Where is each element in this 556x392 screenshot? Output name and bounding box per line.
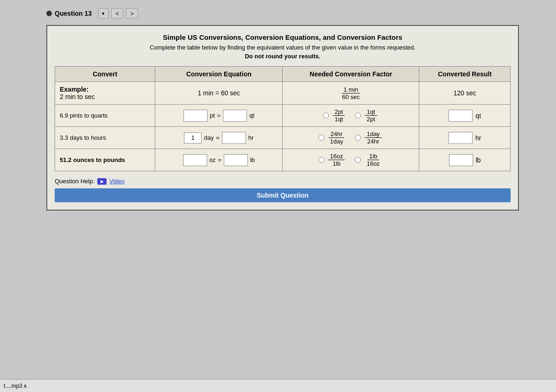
question-dot (46, 11, 52, 16)
row3-eq-right-unit: lb (250, 156, 255, 163)
dropdown-arrow-icon: ▾ (102, 11, 105, 17)
row3-eq-left-unit: oz (209, 156, 216, 163)
row2-factor-option1: 24hr 1day (318, 131, 347, 145)
row2-radio1[interactable] (318, 135, 324, 141)
header-convert: Convert (55, 67, 155, 82)
row2-f1-num: 24hr (329, 131, 344, 138)
row1-factor-cell: 2pt 1qt 1qt 2pt (283, 105, 419, 127)
row2-convert-text: 3.3 days to hours (60, 134, 106, 141)
row3-eq-left-input[interactable] (183, 154, 207, 166)
row1-result: qt (424, 110, 505, 122)
row2-factor-option2: 1day 24hr (355, 131, 383, 145)
row2-radio2[interactable] (355, 135, 361, 141)
row1-eq-right-input[interactable] (223, 110, 247, 122)
row3-factors: 16oz 1lb 1lb 16oz (287, 153, 414, 167)
example-equation-cell: 1 min = 60 sec (155, 82, 283, 105)
card-subtitle-bold: Do not round your results. (55, 53, 511, 60)
row1-result-input[interactable] (449, 110, 473, 122)
prev-icon: < (115, 10, 119, 17)
header-factor: Needed Conversion Factor (283, 67, 419, 82)
taskbar-item: t....mp3 (4, 383, 22, 389)
row1-factor-option1: 2pt 1qt (323, 108, 347, 123)
row1-factors: 2pt 1qt 1qt 2pt (287, 108, 414, 123)
row2-result-cell: hr (419, 127, 511, 149)
row2-eq-right-input[interactable] (222, 132, 246, 144)
row3-equation-cell: oz = lb (155, 149, 283, 171)
row3-f2-num: 1lb (367, 153, 379, 160)
row3-result-cell: lb (419, 149, 511, 171)
row1-result-unit: qt (475, 112, 481, 119)
row3-factor-option1: 16oz 1lb (318, 153, 347, 167)
row3-fraction1: 16oz 1lb (328, 153, 345, 167)
row3-eq-right-input[interactable] (224, 154, 248, 166)
question-help: Question Help: ▶ Video (55, 178, 511, 185)
row3-result-input[interactable] (449, 154, 473, 166)
row3-f1-num: 16oz (328, 153, 345, 160)
taskbar: t....mp3 ∧ (0, 379, 556, 392)
prev-question-button[interactable]: < (111, 8, 123, 19)
video-icon[interactable]: ▶ (97, 178, 107, 185)
table-header-row: Convert Conversion Equation Needed Conve… (55, 67, 511, 82)
conversion-table: Convert Conversion Equation Needed Conve… (55, 66, 511, 171)
row3-f2-den: 16oz (365, 160, 381, 167)
example-convert-cell: Example: 2 min to sec (55, 82, 155, 105)
row3-radio1[interactable] (318, 157, 324, 163)
row1-radio2[interactable] (355, 112, 361, 118)
row3-radio2[interactable] (355, 157, 361, 163)
row3-fraction2: 1lb 16oz (365, 153, 381, 167)
bottom-links: Question Help: ▶ Video Submit Question (55, 178, 511, 202)
row1-factor-option2: 1qt 2pt (355, 108, 379, 123)
example-result-cell: 120 sec (419, 82, 511, 105)
row1-equation-cell: pt = qt (155, 105, 283, 127)
row3-result-unit: lb (476, 156, 481, 164)
row1-f2-num: 1qt (365, 108, 377, 116)
row2-f2-den: 24hr (366, 138, 381, 145)
question-dropdown[interactable]: ▾ (98, 8, 108, 19)
row2-equation: 1 day = hr (160, 132, 278, 144)
row1-radio1[interactable] (323, 112, 329, 118)
example-fraction-num: 1 min (342, 86, 360, 93)
video-label[interactable]: Video (109, 178, 125, 185)
row2-factor-cell: 24hr 1day 1day 24hr (283, 127, 419, 149)
row1-equation: pt = qt (160, 110, 278, 122)
row2-eq-equals: = (216, 134, 220, 141)
example-equation-text: 1 min = 60 sec (198, 89, 240, 97)
row2-eq-left-unit: day (204, 134, 214, 141)
row2-result-unit: hr (475, 134, 481, 142)
question-label: Question 13 (55, 10, 92, 17)
row2-fraction1: 24hr 1day (328, 131, 345, 145)
row1-result-cell: qt (419, 105, 511, 127)
example-result: 120 sec (454, 89, 476, 97)
question-nav: Question 13 ▾ < > (46, 8, 547, 19)
row2-f2-num: 1day (365, 131, 381, 138)
row1-convert-cell: 6.9 pints to quarts (55, 105, 155, 127)
row1-f2-den: 2pt (365, 116, 377, 123)
example-fraction-den: 60 sec (340, 93, 361, 100)
row3: 51.2 ounces to pounds oz = lb (55, 149, 511, 171)
example-factor-cell: 1 min 60 sec (283, 82, 419, 105)
row1-eq-left-input[interactable] (183, 110, 208, 122)
row2-result: hr (424, 132, 505, 144)
row2: 3.3 days to hours 1 day = hr (55, 127, 511, 149)
taskbar-caret: ∧ (23, 383, 27, 389)
row2-eq-right-unit: hr (248, 134, 254, 141)
row2-convert-cell: 3.3 days to hours (55, 127, 155, 149)
row1-convert-text: 6.9 pints to quarts (60, 112, 107, 119)
row3-factor-option2: 1lb 16oz (355, 153, 383, 167)
card-title: Simple US Conversions, Conversion Equati… (55, 33, 511, 41)
row3-convert-cell: 51.2 ounces to pounds (55, 149, 155, 171)
example-row: Example: 2 min to sec 1 min = 60 sec 1 m… (55, 82, 511, 105)
submit-question-button[interactable]: Submit Question (55, 188, 511, 202)
question-help-label: Question Help: (55, 178, 95, 185)
row2-f1-den: 1day (328, 138, 345, 145)
next-icon: > (130, 10, 134, 17)
play-icon: ▶ (101, 179, 104, 184)
row2-result-input[interactable] (449, 132, 473, 144)
row1-f1-num: 2pt (333, 108, 345, 116)
row1-eq-left-unit: pt (210, 112, 215, 119)
row3-eq-equals: = (218, 156, 221, 163)
next-question-button[interactable]: > (126, 8, 138, 19)
header-result: Converted Result (419, 67, 511, 82)
example-convert-value: 2 min to sec (60, 93, 150, 100)
row2-eq-left-prefilled: 1 (184, 132, 202, 143)
